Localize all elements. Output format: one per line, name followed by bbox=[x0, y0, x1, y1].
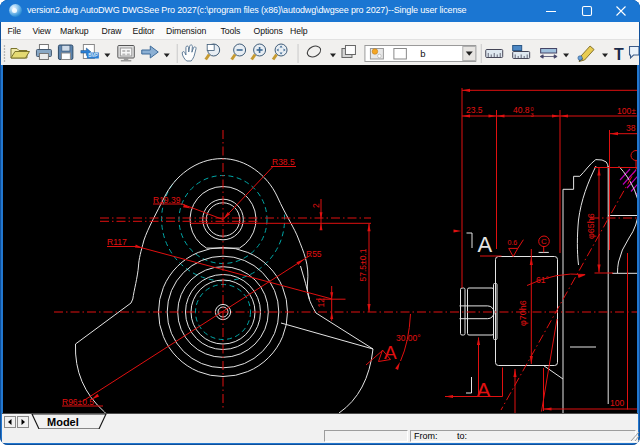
svg-text:23.5: 23.5 bbox=[466, 105, 483, 115]
svg-text:40.8: 40.8 bbox=[513, 105, 530, 115]
svg-text:b: b bbox=[420, 48, 425, 59]
svg-text:100: 100 bbox=[610, 398, 624, 408]
svg-text:A: A bbox=[384, 342, 397, 363]
svg-text:61°: 61° bbox=[536, 275, 549, 285]
svg-text:100±: 100± bbox=[617, 106, 636, 116]
svg-text:2: 2 bbox=[311, 203, 321, 208]
svg-text:φ70h6: φ70h6 bbox=[518, 300, 528, 326]
svg-text:T: T bbox=[614, 46, 624, 63]
svg-text:Model: Model bbox=[47, 416, 79, 428]
svg-text:30.00°: 30.00° bbox=[396, 333, 421, 343]
svg-text:A: A bbox=[478, 232, 493, 257]
svg-text:57.5±0.1: 57.5±0.1 bbox=[358, 248, 368, 281]
svg-text:R117: R117 bbox=[107, 237, 127, 247]
svg-text:R38.5: R38.5 bbox=[272, 157, 295, 167]
svg-text:A: A bbox=[477, 378, 491, 401]
svg-text:C: C bbox=[541, 237, 547, 246]
svg-text:φ65h6: φ65h6 bbox=[586, 213, 596, 239]
svg-text:R19.39: R19.39 bbox=[153, 195, 181, 205]
svg-text:3: 3 bbox=[531, 112, 534, 118]
svg-text:38: 38 bbox=[626, 123, 636, 133]
svg-text:R96±0.5: R96±0.5 bbox=[62, 397, 94, 407]
svg-text:BMP: BMP bbox=[88, 53, 98, 58]
svg-text:R55: R55 bbox=[306, 249, 322, 259]
svg-text:12: 12 bbox=[316, 298, 326, 308]
svg-text:0.6: 0.6 bbox=[508, 239, 518, 246]
